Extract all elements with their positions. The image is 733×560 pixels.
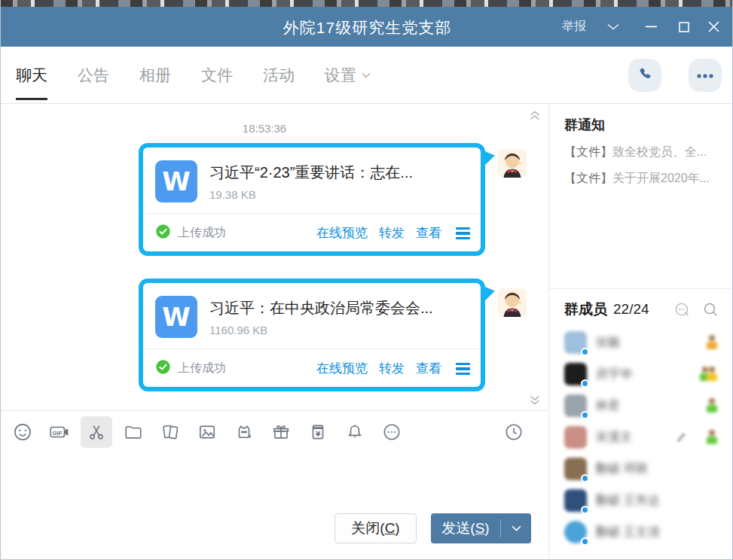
- scroll-to-bottom-icon[interactable]: [527, 392, 543, 409]
- file-card[interactable]: W 习近平“2·23”重要讲话：志在... 19.38 KB: [143, 148, 481, 213]
- notice-item[interactable]: 【文件】致全校党员、全...: [564, 145, 733, 160]
- documents-button[interactable]: [154, 416, 186, 448]
- sender-avatar[interactable]: [498, 149, 527, 178]
- tab-chat[interactable]: 聊天: [16, 47, 47, 104]
- member-row[interactable]: 翻硕 邓萌: [549, 453, 733, 485]
- sender-avatar[interactable]: [498, 288, 527, 317]
- close-label-end: ): [395, 520, 399, 537]
- edit-pencil-icon: [674, 428, 689, 446]
- send-options-button[interactable]: [501, 525, 531, 531]
- file-card[interactable]: W 习近平：在中央政治局常委会会... 1160.96 KB: [143, 283, 481, 348]
- upload-status: 上传成功: [155, 359, 226, 378]
- mobile-online-badge: [581, 411, 589, 419]
- gift-button[interactable]: [265, 416, 297, 448]
- send-label: 发送(: [441, 520, 475, 536]
- bell-icon: [345, 422, 365, 442]
- tab-announcements-label: 公告: [78, 65, 109, 86]
- titlebar[interactable]: 外院17级研究生党支部 举报: [1, 7, 733, 47]
- member-row[interactable]: 房宇华: [549, 358, 733, 390]
- preview-online-link[interactable]: 在线预览: [316, 224, 368, 242]
- view-link[interactable]: 查看: [416, 360, 441, 377]
- gif-button[interactable]: GIF: [44, 416, 75, 448]
- member-name: 宋溪文: [596, 430, 632, 446]
- composer-toolbar: GIF ¥: [1, 410, 548, 452]
- minimize-button[interactable]: [637, 7, 664, 47]
- group-sidebar: 群通知 【文件】致全校党员、全... 【文件】关于开展2020年... 群成员 …: [548, 104, 733, 560]
- phone-icon: [637, 65, 653, 85]
- screenshot-button[interactable]: [81, 416, 112, 448]
- group-notice-title: 群通知: [564, 116, 733, 134]
- emoji-icon: [13, 422, 32, 442]
- success-check-icon: [155, 224, 171, 242]
- close-window-button[interactable]: [699, 7, 728, 47]
- send-button[interactable]: 发送(S): [431, 513, 531, 543]
- notice-tag: 【文件】: [564, 145, 612, 158]
- member-row[interactable]: 林君: [549, 390, 733, 422]
- file-size: 19.38 KB: [209, 188, 413, 201]
- member-avatar: [564, 331, 587, 354]
- view-link[interactable]: 查看: [416, 224, 441, 242]
- group-chat-window: 外院17级研究生党支部 举报 聊天 公告 相册 文件 活动 设置: [0, 0, 733, 560]
- tab-settings[interactable]: 设置: [325, 47, 371, 104]
- more-tools-button[interactable]: [376, 416, 408, 448]
- file-menu-icon[interactable]: [453, 361, 470, 376]
- meme-button[interactable]: [228, 416, 260, 448]
- level-person-icon: [706, 398, 718, 413]
- member-name: 翻硕 王文清: [596, 525, 659, 540]
- tab-settings-label: 设置: [325, 65, 356, 86]
- members-count: 22/24: [613, 301, 649, 318]
- mobile-online-badge: [581, 537, 589, 546]
- tab-files[interactable]: 文件: [201, 47, 233, 104]
- upload-status: 上传成功: [155, 224, 226, 242]
- report-label: 举报: [562, 19, 586, 35]
- svg-text:GIF: GIF: [53, 429, 63, 436]
- folder-icon: [124, 422, 143, 442]
- member-level-icons: [699, 367, 718, 382]
- tab-albums[interactable]: 相册: [139, 47, 171, 104]
- mute-all-icon[interactable]: [673, 301, 692, 322]
- file-meta: 习近平“2·23”重要讲话：志在... 19.38 KB: [209, 163, 413, 201]
- message-history-button[interactable]: [498, 416, 530, 448]
- forward-link[interactable]: 转发: [379, 224, 405, 242]
- maximize-button[interactable]: [670, 7, 698, 47]
- send-file-button[interactable]: [118, 416, 149, 448]
- notification-button[interactable]: [339, 416, 371, 448]
- file-menu-icon[interactable]: [453, 226, 470, 240]
- member-row[interactable]: 翻硕 王芳达: [549, 485, 733, 516]
- tab-announcements[interactable]: 公告: [78, 47, 109, 104]
- notice-item[interactable]: 【文件】关于开展2020年...: [564, 171, 733, 187]
- collapse-chevron-icon[interactable]: [600, 7, 627, 47]
- member-level-icons: [706, 430, 718, 445]
- tab-activities[interactable]: 活动: [263, 47, 295, 104]
- message-input-area[interactable]: 关闭(C) 发送(S): [1, 452, 548, 560]
- more-actions-button[interactable]: [689, 59, 722, 92]
- tab-chat-label: 聊天: [16, 65, 47, 86]
- clock-icon: [504, 422, 524, 442]
- message-area[interactable]: 18:53:36 W 习近平“2·23”重要讲话：志在... 19.38 KB: [1, 104, 548, 410]
- gift-icon: [271, 422, 291, 442]
- send-image-button[interactable]: [191, 416, 223, 448]
- preview-online-link[interactable]: 在线预览: [316, 360, 368, 377]
- scroll-to-top-icon[interactable]: [527, 107, 543, 123]
- member-avatar: [564, 426, 587, 449]
- upload-status-text: 上传成功: [178, 361, 226, 376]
- member-list: 张颖 房宇华 林君 宋溪文 翻硕 邓萌: [549, 327, 733, 548]
- file-icon-letter: W: [162, 302, 191, 332]
- file-footer: 上传成功 在线预览 转发 查看: [143, 349, 481, 387]
- emoji-button[interactable]: [7, 416, 38, 448]
- file-icon-letter: W: [162, 166, 191, 196]
- scissors-icon: [87, 422, 106, 442]
- red-packet-button[interactable]: ¥: [302, 416, 334, 448]
- close-button[interactable]: 关闭(C): [334, 513, 417, 543]
- file-size: 1160.96 KB: [209, 324, 433, 336]
- close-label: 关闭(: [351, 519, 384, 538]
- cat-meme-icon: [234, 422, 254, 442]
- member-row[interactable]: 翻硕 王文清: [549, 516, 733, 548]
- member-row[interactable]: 张颖: [549, 327, 733, 358]
- voice-call-button[interactable]: [628, 59, 661, 92]
- report-button[interactable]: 举报: [554, 7, 594, 47]
- search-members-icon[interactable]: [702, 301, 719, 321]
- forward-link[interactable]: 转发: [379, 360, 405, 377]
- member-row[interactable]: 宋溪文: [549, 422, 733, 453]
- member-name: 房宇华: [596, 367, 632, 382]
